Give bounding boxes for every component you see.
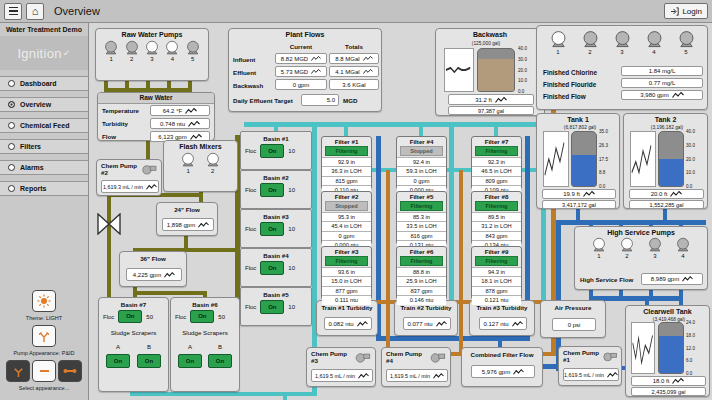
high-service-pump-2[interactable]: 2 [619,237,635,259]
basin-7-floc-toggle[interactable]: On [118,310,142,323]
filter-title: Filter #9 [472,248,521,255]
basin-4-floc-toggle[interactable]: On [260,261,284,275]
filter-8-card[interactable]: Filter #8 Filtering 89.5 in 31.2 in LOH … [471,191,522,245]
sidebar-item-filters[interactable]: Filters [0,139,88,154]
train-2-turbidity-value[interactable]: 0.077 ntu [403,317,451,330]
panel-title: Clearwell Tank [626,308,709,315]
filter-7-card[interactable]: Filter #7 Filtering 92.3 in 46.5 in LOH … [471,136,522,190]
sidebar-item-alarms[interactable]: Alarms [0,160,88,175]
basin-6-floc-toggle[interactable]: On [190,310,214,323]
finished-pump-1[interactable]: 1 [549,30,568,55]
tank2-volume-value: 1,552,285 gal [629,200,704,209]
level-history-plot [631,322,655,374]
backwash-level-value[interactable]: 31.2 ft [448,94,534,105]
menu-button[interactable] [4,3,22,20]
sidebar-item-reports[interactable]: Reports [0,181,88,196]
flash-mixer-2[interactable]: 2 [205,152,221,174]
filter-flow: 878 gpm [472,286,521,295]
filter-4-card[interactable]: Filter #4 Stopped 92.4 in 59.3 in LOH 0 … [396,136,447,190]
influent-total-value[interactable]: 8.8 MGal [329,53,379,64]
effluent-total-value[interactable]: 4.1 MGal [329,66,379,77]
pump-icon [591,237,607,252]
daily-effluent-target-input[interactable]: 5.0 [301,94,339,106]
filter-turbidity: 0.146 ntu [397,295,446,304]
pump-icon [103,40,119,55]
tank2-level-value[interactable]: 20.0 ft [629,189,704,199]
flow-24-panel: 24" Flow 1,898 gpm [156,202,218,236]
flash-mixer-1[interactable]: 1 [180,152,196,174]
flow-24-value[interactable]: 1,898 gpm [162,218,214,231]
trend-icon [433,372,444,380]
finished-pump-4[interactable]: 4 [645,30,664,55]
train-1-turbidity-value[interactable]: 0.082 ntu [324,317,372,330]
flow-36-value[interactable]: 4,225 gpm [126,268,182,281]
finished-pump-2[interactable]: 2 [581,30,600,55]
scraper-b-toggle[interactable]: On [137,354,161,368]
raw-pump-2[interactable]: 2 [124,40,140,62]
filter-9-card[interactable]: Filter #9 Filtering 94.3 in 18.1 in LOH … [471,246,522,300]
scraper-a-toggle[interactable]: On [106,354,130,368]
finished-pump-5[interactable]: 5 [677,30,696,55]
sidebar-item-chemical-feed[interactable]: Chemical Feed [0,118,88,133]
filter-5-card[interactable]: Filter #5 Filtering 85.3 in 33.5 in LOH … [396,191,447,245]
basin-1-floc-toggle[interactable]: On [260,144,284,158]
login-button[interactable]: Login [664,3,708,19]
chem-pump-4-rate-value[interactable]: 1,619.5 mL / min [386,369,448,382]
appearance-option-simple[interactable] [32,360,56,382]
row-label-effluent: Effluent [233,69,256,76]
combined-filter-flow-panel: Combined Filter Flow 5,976 gpm [461,347,543,387]
raw-pump-3[interactable]: 3 [144,40,160,62]
raw-pump-1[interactable]: 1 [103,40,119,62]
trend-icon [198,221,209,229]
high-service-flow-value[interactable]: 8,989 gpm [641,273,703,285]
radio-icon [8,143,15,150]
select-appearance-label: Select appearance... [0,385,88,391]
appearance-option-pid[interactable] [6,360,30,382]
filter-6-card[interactable]: Filter #6 Filtering 88.8 in 25.9 in LOH … [396,246,447,300]
panel-title: Plant Flows [229,31,381,38]
train-3-turbidity-value[interactable]: 0.127 ntu [479,317,527,330]
clearwell-level-value[interactable]: 18.0 ft [631,376,706,386]
filter-3-card[interactable]: Filter #3 Filtering 93.6 in 15.0 in LOH … [321,246,372,300]
turbidity-value[interactable]: 0.748 ntu [150,118,210,129]
finished-flow-value[interactable]: 3,980 gpm [621,90,703,100]
panel-title: Basin #1 [241,135,311,142]
filter-flow: 809 gpm [472,176,521,185]
filter-turbidity: 0.111 ntu [322,295,371,304]
scraper-b-toggle[interactable]: On [208,354,232,368]
influent-current-value[interactable]: 8.82 MGD [275,53,327,64]
scraper-b-label: B [218,344,222,350]
theme-toggle-button[interactable] [32,290,56,312]
high-service-pump-1[interactable]: 1 [591,237,607,259]
high-service-pump-4[interactable]: 4 [675,237,691,259]
chem-pump-3-rate-value[interactable]: 1,619.5 mL / min [311,369,373,382]
raw-pump-5[interactable]: 5 [185,40,201,62]
scraper-a-label: A [116,344,120,350]
finished-flouride-value: 0.77 mg/L [621,78,703,88]
tank1-level-value[interactable]: 19.9 ft [542,189,616,199]
basin-2-floc-toggle[interactable]: On [260,183,284,197]
filter-2-card[interactable]: Filter #2 Stopped 95.3 in 45.4 in LOH 0 … [321,191,372,245]
appearance-option-realistic[interactable] [58,360,82,382]
combined-filter-flow-value[interactable]: 5,976 gpm [471,365,535,378]
chem-pump-1-rate-value[interactable]: 1,619.5 mL / min [563,368,619,381]
temperature-value[interactable]: 64.2 °F [150,105,210,116]
pump-appearance-button[interactable] [32,325,56,347]
chem-pump-2-rate-value[interactable]: 1,619.3 mL / min [101,180,159,193]
home-button[interactable]: ⌂ [26,3,44,20]
basin-5-floc-toggle[interactable]: On [260,300,284,314]
pump-icon [124,40,140,55]
sidebar-item-dashboard[interactable]: Dashboard [0,76,88,91]
sidebar-item-overview[interactable]: Overview [0,97,88,112]
daily-effluent-target-label: Daily Effluent Target [233,97,293,104]
basin-3-floc-toggle[interactable]: On [260,222,284,236]
filter-flow: 815 gpm [322,176,371,185]
trend-icon [146,183,157,191]
high-service-pump-3[interactable]: 3 [647,237,663,259]
scraper-a-toggle[interactable]: On [178,354,202,368]
filter-1-card[interactable]: Filter #1 Filtering 92.9 in 36.3 in LOH … [321,136,372,190]
raw-pump-4[interactable]: 4 [164,40,180,62]
backwash-tank-graphic [477,48,515,92]
effluent-current-value[interactable]: 5.73 MGD [275,66,327,77]
finished-pump-3[interactable]: 3 [613,30,632,55]
